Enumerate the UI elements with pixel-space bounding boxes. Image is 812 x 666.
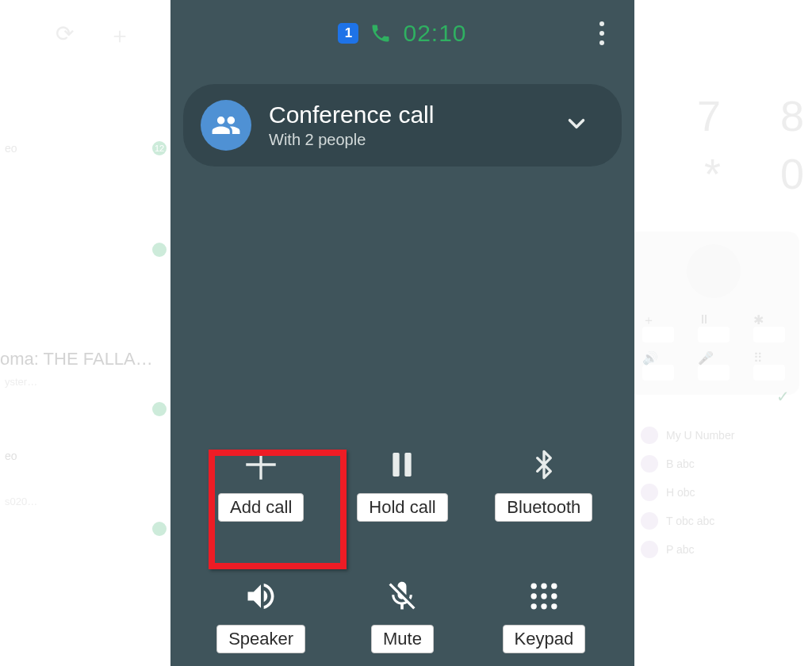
call-info-card[interactable]: Conference call With 2 people [183, 84, 622, 166]
mic-off-icon [385, 579, 419, 614]
expand-call-chevron-icon[interactable] [555, 102, 598, 148]
call-subtitle: With 2 people [269, 131, 538, 149]
dialpad-icon [527, 579, 561, 614]
svg-point-9 [551, 593, 557, 599]
svg-point-5 [541, 584, 546, 589]
sim-badge: 1 [338, 23, 358, 44]
background-dialpad-digits: 7 8 * 0 [697, 87, 804, 203]
checkmark-icon: ✓ [776, 387, 790, 406]
svg-rect-2 [393, 453, 400, 477]
svg-point-4 [530, 584, 536, 589]
svg-point-7 [530, 593, 536, 599]
more-options-button[interactable] [599, 0, 604, 67]
group-icon [201, 100, 251, 151]
svg-point-11 [541, 603, 546, 609]
mute-button[interactable]: Mute [358, 572, 446, 660]
svg-point-6 [551, 584, 557, 589]
speaker-icon [242, 579, 280, 614]
speaker-button[interactable]: Speaker [204, 572, 318, 660]
background-mini-call-panel: ＋ ⏸ ✱ 🔊 🎤 ⠿ [628, 232, 799, 395]
pause-icon [386, 447, 418, 482]
keypad-label: Keypad [503, 625, 586, 653]
hold-call-button[interactable]: Hold call [344, 441, 460, 528]
call-title: Conference call [269, 101, 538, 128]
plus-icon: ＋ [109, 21, 131, 51]
add-call-label: Add call [218, 493, 304, 522]
phone-icon [370, 22, 392, 44]
svg-point-8 [541, 593, 546, 599]
hold-call-label: Hold call [357, 493, 447, 522]
refresh-icon: ⟳ [56, 21, 74, 51]
status-bar: 1 02:10 [170, 0, 634, 67]
call-actions-grid: Add call Hold call Bluetooth [170, 441, 634, 666]
background-contacts-list: My U Number B abc H obc T obc abc P abc [641, 415, 799, 569]
add-call-button[interactable]: Add call [205, 441, 316, 528]
svg-rect-3 [405, 453, 412, 477]
keypad-button[interactable]: Keypad [490, 572, 599, 660]
plus-icon [241, 447, 281, 482]
bluetooth-button[interactable]: Bluetooth [482, 441, 605, 528]
background-left-list: eo12 oma: THE FALLA… yster… eo s020… [0, 127, 167, 569]
svg-point-12 [551, 603, 557, 609]
incall-screen: 1 02:10 Conference call With 2 people [170, 0, 634, 666]
speaker-label: Speaker [216, 625, 305, 653]
bluetooth-icon [528, 447, 560, 482]
svg-point-10 [530, 603, 536, 609]
call-timer: 02:10 [403, 20, 466, 47]
mute-label: Mute [371, 625, 434, 653]
bluetooth-label: Bluetooth [495, 493, 592, 522]
